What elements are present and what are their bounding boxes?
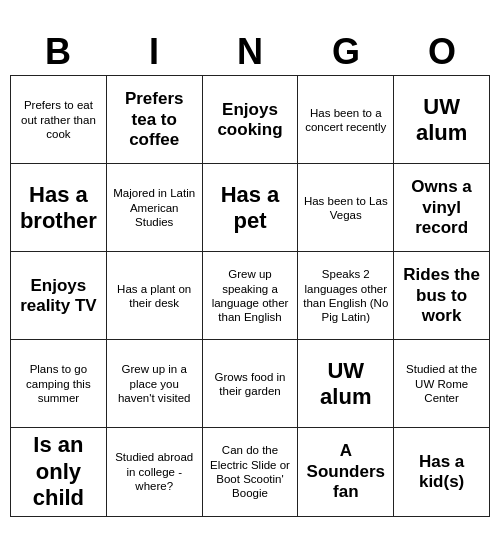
bingo-cell-3[interactable]: Has been to a concert recently xyxy=(298,76,394,164)
bingo-cell-17[interactable]: Grows food in their garden xyxy=(203,340,299,428)
letter-n: N xyxy=(206,31,294,73)
bingo-cell-12[interactable]: Grew up speaking a language other than E… xyxy=(203,252,299,340)
bingo-cell-10[interactable]: Enjoys reality TV xyxy=(11,252,107,340)
bingo-cell-2[interactable]: Enjoys cooking xyxy=(203,76,299,164)
bingo-cell-15[interactable]: Plans to go camping this summer xyxy=(11,340,107,428)
bingo-cell-0[interactable]: Prefers to eat out rather than cook xyxy=(11,76,107,164)
bingo-cell-6[interactable]: Majored in Latin American Studies xyxy=(107,164,203,252)
bingo-card: B I N G O Prefers to eat out rather than… xyxy=(10,27,490,516)
bingo-cell-19[interactable]: Studied at the UW Rome Center xyxy=(394,340,490,428)
bingo-cell-18[interactable]: UW alum xyxy=(298,340,394,428)
bingo-cell-22[interactable]: Can do the Electric Slide or Boot Scooti… xyxy=(203,428,299,516)
letter-b: B xyxy=(14,31,102,73)
bingo-cell-23[interactable]: A Sounders fan xyxy=(298,428,394,516)
letter-i: I xyxy=(110,31,198,73)
bingo-cell-11[interactable]: Has a plant on their desk xyxy=(107,252,203,340)
bingo-cell-8[interactable]: Has been to Las Vegas xyxy=(298,164,394,252)
bingo-cell-4[interactable]: UW alum xyxy=(394,76,490,164)
bingo-grid: Prefers to eat out rather than cookPrefe… xyxy=(10,75,490,516)
bingo-cell-5[interactable]: Has a brother xyxy=(11,164,107,252)
bingo-cell-21[interactable]: Studied abroad in college - where? xyxy=(107,428,203,516)
bingo-cell-13[interactable]: Speaks 2 languages other than English (N… xyxy=(298,252,394,340)
letter-g: G xyxy=(302,31,390,73)
bingo-header: B I N G O xyxy=(10,27,490,75)
bingo-cell-16[interactable]: Grew up in a place you haven't visited xyxy=(107,340,203,428)
bingo-cell-9[interactable]: Owns a vinyl record xyxy=(394,164,490,252)
bingo-cell-14[interactable]: Rides the bus to work xyxy=(394,252,490,340)
bingo-cell-20[interactable]: Is an only child xyxy=(11,428,107,516)
bingo-cell-24[interactable]: Has a kid(s) xyxy=(394,428,490,516)
letter-o: O xyxy=(398,31,486,73)
bingo-cell-1[interactable]: Prefers tea to coffee xyxy=(107,76,203,164)
bingo-cell-7[interactable]: Has a pet xyxy=(203,164,299,252)
